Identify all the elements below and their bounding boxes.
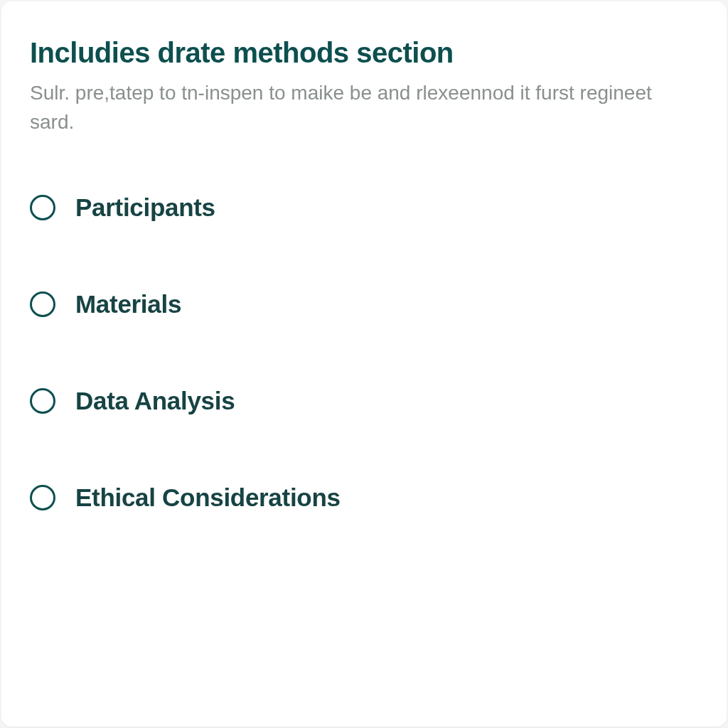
option-materials[interactable]: Materials bbox=[30, 290, 698, 318]
section-title: Includies drate methods section bbox=[30, 37, 698, 69]
radio-icon bbox=[30, 291, 55, 317]
radio-icon bbox=[30, 195, 55, 220]
option-label: Participants bbox=[75, 193, 215, 222]
option-label: Materials bbox=[75, 290, 181, 318]
radio-icon bbox=[30, 485, 55, 510]
option-label: Data Analysis bbox=[75, 387, 235, 415]
option-label: Ethical Considerations bbox=[75, 483, 341, 512]
methods-section-card: Includies drate methods section Sulr. pr… bbox=[1, 1, 727, 727]
options-list: Participants Materials Data Analysis Eth… bbox=[30, 193, 698, 512]
option-participants[interactable]: Participants bbox=[30, 193, 698, 222]
option-data-analysis[interactable]: Data Analysis bbox=[30, 387, 698, 415]
option-ethical-considerations[interactable]: Ethical Considerations bbox=[30, 483, 698, 512]
radio-icon bbox=[30, 388, 55, 414]
section-subtitle: Sulr. pre,tatep to tn-inspen to maike be… bbox=[30, 79, 670, 136]
